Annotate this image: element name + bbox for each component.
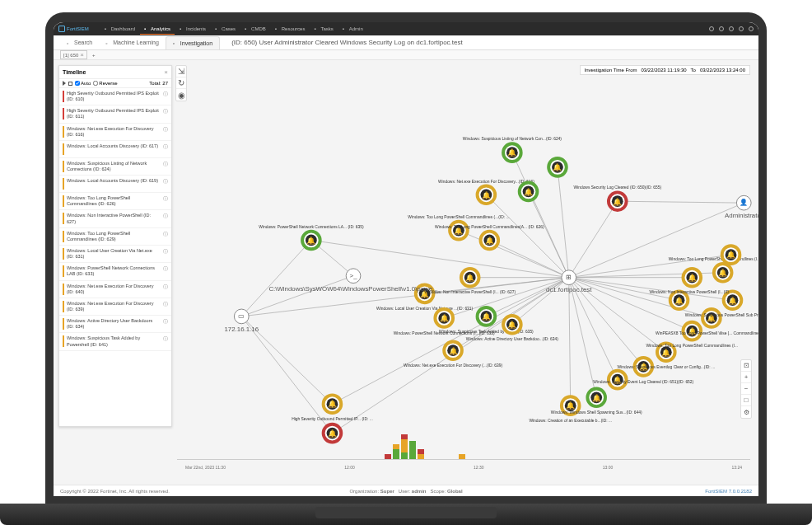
info-icon[interactable]: ⓘ xyxy=(163,231,168,238)
info-icon[interactable]: ⓘ xyxy=(163,265,168,273)
svg-text:🔔: 🔔 xyxy=(674,296,684,306)
timeline-item[interactable]: Windows: Net.exe Execution For Discovery… xyxy=(59,281,171,298)
reset-icon[interactable]: □ xyxy=(741,395,751,406)
nav-tab-cases[interactable]: ▪Cases xyxy=(211,24,240,35)
refresh-icon[interactable]: ↻ xyxy=(176,77,186,89)
severity-bar xyxy=(63,91,64,102)
subtab-investigation[interactable]: ◦Investigation xyxy=(166,36,220,49)
subtab-machine-learning[interactable]: ◦Machine Learning xyxy=(99,36,166,49)
info-icon[interactable]: ⓘ xyxy=(163,213,168,220)
user-icon[interactable] xyxy=(739,26,744,31)
info-icon[interactable]: ⓘ xyxy=(163,143,168,151)
graph-special-node[interactable]: >_C:\Windows\SysWOW64\WindowsPowerShell\… xyxy=(268,269,437,293)
zoom-out-icon[interactable]: − xyxy=(741,383,751,395)
svg-text:>_: >_ xyxy=(350,272,358,279)
svg-text:Windows: Too Long PowerShell C: Windows: Too Long PowerShell Commandline… xyxy=(435,225,544,229)
close-icon[interactable]: × xyxy=(80,51,84,59)
svg-text:🔔: 🔔 xyxy=(613,197,623,207)
alert-icon[interactable] xyxy=(719,26,724,31)
graph-special-node[interactable]: 👤Administrator xyxy=(725,195,758,219)
fullscreen-icon[interactable] xyxy=(729,26,734,31)
auto-checkbox[interactable] xyxy=(75,81,80,86)
info-icon[interactable]: ⓘ xyxy=(163,161,168,168)
graph-node[interactable]: 🔔Windows: Security Event Log Cleared (ID… xyxy=(593,358,693,384)
timeline-item[interactable]: High Severity Outbound Permitted IPS Exp… xyxy=(59,105,171,123)
timeline-item[interactable]: Windows: Local Accounts Discovery (ID: 6… xyxy=(59,176,171,193)
svg-text:172.16.1.16: 172.16.1.16 xyxy=(224,326,259,333)
timeline-histogram[interactable]: Mar 22nd, 2023 11:3012:0012:3013:0013:24 xyxy=(177,429,750,470)
graph-node[interactable]: 🔔Windows: Non Interactive PowerShell (I.… xyxy=(424,269,516,295)
info-icon[interactable]: ⓘ xyxy=(163,284,168,291)
nav-tab-admin[interactable]: ▪Admin xyxy=(338,24,367,35)
histo-tick: 13:00 xyxy=(603,465,614,470)
info-icon[interactable]: ⓘ xyxy=(163,178,168,185)
timeline-item-text: Windows: Net.exe Execution For Discovery… xyxy=(67,301,161,312)
histo-bar[interactable] xyxy=(418,449,424,459)
play-icon[interactable] xyxy=(63,81,66,86)
timeline-item[interactable]: Windows: Too Long PowerShell Commandline… xyxy=(59,228,171,246)
info-icon[interactable]: ⓘ xyxy=(163,126,168,134)
info-icon[interactable]: ⓘ xyxy=(163,195,168,203)
timeline-item[interactable]: Windows: Active Directory User Backdoors… xyxy=(59,316,171,333)
timeline-item[interactable]: Windows: Local User Creation Via Net.exe… xyxy=(59,246,171,263)
timeline-item[interactable]: Windows: Non Interactive PowerShell (ID:… xyxy=(59,210,171,227)
info-icon[interactable]: ⓘ xyxy=(163,108,168,115)
svg-text:Windows: PowerShell Network Co: Windows: PowerShell Network Connections … xyxy=(259,225,364,229)
histo-tick: Mar 22nd, 2023 11:30 xyxy=(185,465,226,470)
graph-node[interactable]: 🔔 xyxy=(548,158,567,176)
timeline-item[interactable]: Windows: Suspicious Listing of Network C… xyxy=(59,158,171,176)
svg-line-3 xyxy=(529,191,569,277)
svg-line-29 xyxy=(241,240,311,316)
histo-bar[interactable] xyxy=(393,444,399,459)
info-icon[interactable]: ⓘ xyxy=(163,248,168,255)
histo-bar[interactable] xyxy=(385,454,391,459)
histo-bar[interactable] xyxy=(409,441,416,459)
fit-icon[interactable]: ⊡ xyxy=(741,360,751,372)
nav-tab-incidents[interactable]: ▪Incidents xyxy=(175,24,210,35)
settings-icon[interactable]: ⚙ xyxy=(741,406,751,418)
timeline-item[interactable]: Windows: Net.exe Execution For Discovery… xyxy=(59,124,171,141)
histo-bar[interactable] xyxy=(459,454,465,459)
nav-tab-dashboard[interactable]: ▪Dashboard xyxy=(100,24,139,35)
time-range-selector[interactable]: Investigation Time From 03/22/2023 11:19… xyxy=(580,65,751,75)
eye-icon[interactable]: ◉ xyxy=(176,89,186,101)
info-icon[interactable]: ⓘ xyxy=(163,335,168,343)
info-icon[interactable]: ⓘ xyxy=(163,91,168,98)
graph-node[interactable]: 🔔Windows: Suspicious Listing of Network … xyxy=(463,137,562,162)
timeline-item[interactable]: Windows: Net.exe Execution For Discovery… xyxy=(59,298,171,316)
expand-icon[interactable]: ⇲ xyxy=(176,66,186,77)
svg-text:⊞: ⊞ xyxy=(566,274,572,281)
close-icon[interactable]: × xyxy=(164,68,168,76)
stop-icon[interactable] xyxy=(68,82,72,86)
timeline-item[interactable]: Windows: Too Long PowerShell Commandline… xyxy=(59,193,171,210)
graph-node[interactable]: 🔔Windows: Net.exe Execution For Discover… xyxy=(404,341,503,368)
timeline-item[interactable]: Windows: Suspicious Task Added by Powers… xyxy=(59,333,171,350)
timeline-item[interactable]: Windows: PowerShell Network Connections … xyxy=(59,263,171,280)
zoom-in-icon[interactable]: + xyxy=(741,372,751,383)
timeline-item[interactable]: Windows: Local Accounts Discovery (ID: 6… xyxy=(59,141,171,158)
info-icon[interactable]: ⓘ xyxy=(163,318,168,326)
svg-text:🔔: 🔔 xyxy=(718,268,728,278)
graph-node[interactable]: 🔔 xyxy=(722,246,740,264)
nav-tab-analytics[interactable]: ▪Analytics xyxy=(140,24,175,35)
nav-tab-tasks[interactable]: ▪Tasks xyxy=(310,24,337,35)
help-icon[interactable] xyxy=(749,26,754,31)
histo-bar[interactable] xyxy=(401,434,408,459)
graph-special-node[interactable]: ▭172.16.1.16 xyxy=(224,309,259,333)
crumb-tag[interactable]: [1] 650 × xyxy=(60,50,87,59)
graph-node[interactable]: 🔔High Severity Outbound Permitted IP... … xyxy=(292,395,373,421)
histo-tick: 13:24 xyxy=(731,465,742,470)
subtab-search[interactable]: ◦Search xyxy=(60,36,99,49)
timeline-item[interactable]: High Severity Outbound Permitted IPS Exp… xyxy=(59,88,171,105)
nav-tab-resources[interactable]: ▪Resources xyxy=(271,24,310,35)
nav-tab-cmdb[interactable]: ▪CMDB xyxy=(240,24,270,35)
svg-text:Windows: Suspicious Listing of: Windows: Suspicious Listing of Network C… xyxy=(463,137,562,141)
reverse-checkbox[interactable] xyxy=(93,81,98,86)
svg-text:🔔: 🔔 xyxy=(726,250,736,260)
refresh-icon[interactable] xyxy=(709,26,714,31)
svg-text:Windows: Creation of an Execut: Windows: Creation of an Executable b...(… xyxy=(529,419,612,423)
graph-node[interactable]: 🔔Windows Security Log Cleared (ID: 650)(… xyxy=(573,185,661,210)
info-icon[interactable]: ⓘ xyxy=(163,301,168,308)
graph-node[interactable]: 🔔 xyxy=(520,183,538,201)
svg-text:Windows: Too Long PowerShell C: Windows: Too Long PowerShell Commandline… xyxy=(669,257,758,261)
